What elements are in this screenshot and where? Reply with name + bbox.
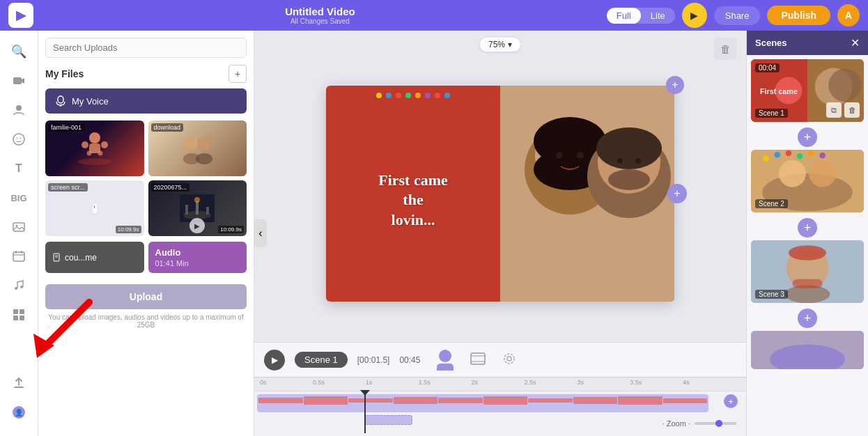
media-thumb-3[interactable]: screen scr... 10:09.9s <box>45 180 144 236</box>
bigtext-icon-btn[interactable]: BIG <box>5 184 33 212</box>
svg-point-66 <box>828 69 862 102</box>
svg-rect-8 <box>13 252 24 261</box>
svg-point-5 <box>20 138 22 139</box>
famille-img <box>74 131 116 166</box>
svg-point-48 <box>556 152 563 159</box>
add-scene-btn-3[interactable]: + <box>798 309 817 328</box>
image-icon-btn[interactable] <box>5 213 33 241</box>
ruler-3s: 3s <box>577 379 584 386</box>
zoom-control[interactable]: 75% ▾ <box>480 38 520 52</box>
zoom-slider[interactable] <box>695 422 736 425</box>
video-frame-icon[interactable] <box>470 352 486 368</box>
filename-row[interactable]: cou...me <box>45 242 144 273</box>
svg-point-20 <box>89 132 100 143</box>
svg-rect-56 <box>471 353 485 364</box>
media-thumb-1[interactable]: familie-001 <box>45 120 144 176</box>
svg-rect-80 <box>792 279 822 288</box>
scene1-copy-btn[interactable]: ⧉ <box>826 102 842 118</box>
svg-rect-6 <box>13 223 24 231</box>
ruler-05s: 0.5s <box>313 379 325 386</box>
add-folder-btn[interactable]: + <box>228 65 247 83</box>
media-thumb-2[interactable]: download <box>148 120 247 176</box>
text-icon-btn[interactable]: T <box>5 155 33 182</box>
svg-point-52 <box>596 127 662 169</box>
upload-main-btn[interactable]: Upload <box>45 284 247 309</box>
add-clip-btn[interactable]: + <box>724 394 738 408</box>
my-voice-row[interactable]: My Voice <box>45 88 247 114</box>
search-icon-btn[interactable]: 🔍 <box>5 38 33 65</box>
scene-thumb-2[interactable]: Scene 2 <box>751 150 864 212</box>
my-files-header: My Files + <box>45 65 247 83</box>
scenes-close-btn[interactable]: ✕ <box>851 36 860 49</box>
add-scene-btn-1[interactable]: + <box>798 127 817 147</box>
svg-rect-35 <box>206 207 209 215</box>
main-clip[interactable] <box>257 394 708 412</box>
scene-toolbar: ▶ Scene 1 [00:01.5] 00:45 <box>254 342 746 377</box>
svg-rect-33 <box>185 205 188 215</box>
music-icon-btn[interactable] <box>5 272 33 299</box>
scene-thumb-4[interactable] <box>751 331 864 369</box>
share-btn[interactable]: Share <box>714 6 761 25</box>
svg-point-71 <box>763 155 769 162</box>
timecode-bracket: [00:01.5] <box>357 355 390 365</box>
person-avatar-icon[interactable] <box>437 350 454 371</box>
svg-rect-37 <box>54 254 59 261</box>
settings-icon[interactable] <box>502 352 516 368</box>
svg-point-54 <box>617 158 623 164</box>
panels-icon-btn[interactable] <box>5 301 33 329</box>
timeline-cursor[interactable] <box>364 391 366 433</box>
audio-clip[interactable] <box>364 415 413 425</box>
audio-row[interactable]: Audio 01:41 Min <box>148 242 247 273</box>
svg-point-49 <box>577 152 584 159</box>
scene2-label: Scene 2 <box>755 199 788 208</box>
couple-thumb <box>176 131 218 166</box>
delete-scene-btn[interactable]: 🗑 <box>714 38 736 60</box>
waveform <box>257 396 708 405</box>
upload-icon-btn[interactable] <box>5 369 33 397</box>
svg-point-24 <box>86 151 91 156</box>
file-icon <box>52 253 62 263</box>
ruler-15s: 1.5s <box>419 379 431 386</box>
main-layout: 🔍 T BIG 👤 <box>0 31 868 436</box>
svg-point-72 <box>774 152 780 158</box>
view-full-btn[interactable]: Full <box>607 8 641 24</box>
preview-play-btn[interactable]: ▶ <box>682 3 707 28</box>
scene-thumb-1[interactable]: First came 00:04 Scene 1 ⧉ 🗑 <box>751 59 864 122</box>
app-logo[interactable]: ▶ <box>8 3 33 28</box>
ruler-4s: 4s <box>683 379 690 386</box>
scene3-label: Scene 3 <box>755 290 788 299</box>
search-uploads-input[interactable] <box>45 38 247 58</box>
video-play-icon[interactable]: ▶ <box>189 218 205 233</box>
couple-image <box>500 86 674 302</box>
svg-point-36 <box>194 197 200 203</box>
svg-rect-18 <box>58 96 63 103</box>
publish-btn[interactable]: Publish <box>767 6 830 25</box>
video-icon-btn[interactable] <box>5 67 33 95</box>
user-avatar[interactable]: A <box>837 4 860 26</box>
scene-thumb-3[interactable]: Scene 3 <box>751 240 864 303</box>
person-icon-btn[interactable] <box>5 96 33 124</box>
scenes-header: Scenes ✕ <box>747 31 868 55</box>
zoom-thumb <box>715 420 722 427</box>
add-above-scene-btn[interactable]: + <box>666 76 684 94</box>
svg-point-69 <box>779 160 806 187</box>
ruler-25s: 2.5s <box>525 379 536 386</box>
svg-rect-0 <box>13 77 22 84</box>
add-right-scene-btn[interactable]: + <box>667 184 687 203</box>
scene-name-tag[interactable]: Scene 1 <box>295 352 348 368</box>
scene1-delete-btn[interactable]: 🗑 <box>844 102 860 118</box>
svg-point-22 <box>82 141 88 148</box>
view-lite-btn[interactable]: Lite <box>641 8 675 24</box>
svg-point-76 <box>819 153 826 159</box>
emoji-icon-btn[interactable] <box>5 125 33 153</box>
add-scene-btn-2[interactable]: + <box>798 218 817 238</box>
filename-label: cou...me <box>65 253 97 263</box>
collapse-uploads-btn[interactable]: ‹ <box>254 219 267 247</box>
calendar-icon-btn[interactable] <box>5 242 33 270</box>
svg-point-70 <box>809 160 836 187</box>
media-thumb-4[interactable]: 20200675... 10:09.9s ▶ <box>148 180 247 236</box>
svg-rect-15 <box>20 309 24 314</box>
svg-point-23 <box>101 141 108 148</box>
scene-play-btn[interactable]: ▶ <box>264 350 285 371</box>
video-overlay-text: First camethelovin... <box>378 171 448 231</box>
